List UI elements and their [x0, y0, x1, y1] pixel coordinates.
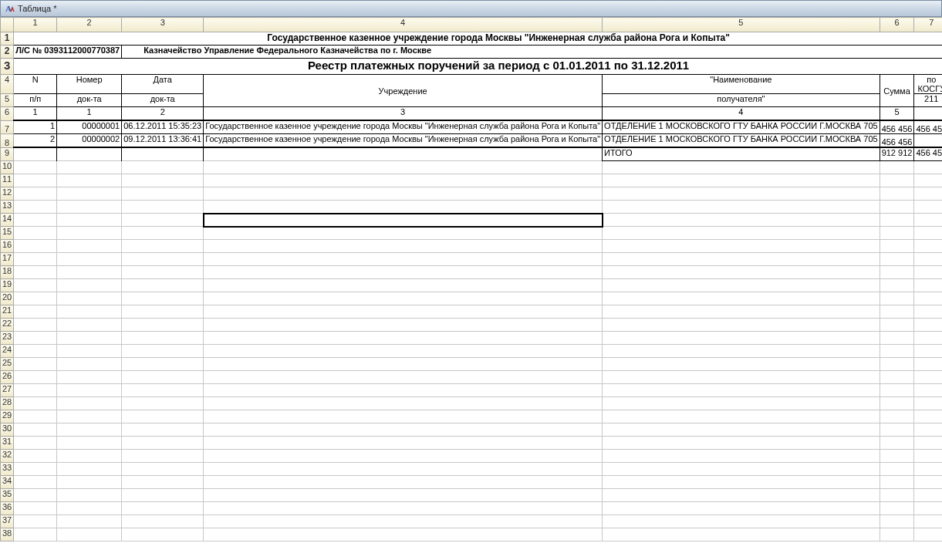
- table-row[interactable]: 24: [1, 345, 943, 358]
- cell[interactable]: [603, 489, 880, 502]
- cell[interactable]: [122, 358, 204, 371]
- cell[interactable]: [57, 253, 122, 266]
- cell[interactable]: [57, 502, 122, 515]
- cell[interactable]: [914, 253, 942, 266]
- table-row[interactable]: 38: [1, 528, 943, 541]
- cell[interactable]: [204, 397, 603, 410]
- cell[interactable]: [14, 266, 57, 279]
- cell[interactable]: [603, 319, 880, 332]
- row-header[interactable]: 19: [1, 279, 14, 292]
- cell[interactable]: [880, 515, 914, 528]
- cell[interactable]: [122, 319, 204, 332]
- cell[interactable]: [914, 214, 942, 227]
- cell[interactable]: [204, 332, 603, 345]
- row-header[interactable]: 4: [1, 75, 14, 94]
- cell[interactable]: [204, 358, 603, 371]
- cell[interactable]: [57, 161, 122, 174]
- cell[interactable]: [880, 187, 914, 201]
- cell[interactable]: [57, 305, 122, 319]
- row-header[interactable]: 29: [1, 410, 14, 423]
- cell[interactable]: [57, 528, 122, 541]
- cell[interactable]: [122, 515, 204, 528]
- table-row[interactable]: 13: [1, 201, 943, 214]
- cell[interactable]: [204, 437, 603, 450]
- row-header[interactable]: 38: [1, 528, 14, 541]
- cell[interactable]: [880, 476, 914, 489]
- cell[interactable]: [914, 201, 942, 214]
- cell[interactable]: [880, 227, 914, 240]
- table-row[interactable]: 34: [1, 476, 943, 489]
- cell[interactable]: [880, 371, 914, 384]
- row-header[interactable]: 24: [1, 345, 14, 358]
- cell[interactable]: [122, 201, 204, 214]
- cell[interactable]: [14, 476, 57, 489]
- cell[interactable]: [603, 463, 880, 476]
- cell[interactable]: [204, 266, 603, 279]
- cell[interactable]: [14, 410, 57, 423]
- row-header[interactable]: 27: [1, 384, 14, 397]
- table-row[interactable]: 20: [1, 292, 943, 305]
- total-row[interactable]: 9 ИТОГО 912 912 456 456 456 456: [1, 147, 943, 161]
- cell[interactable]: [204, 476, 603, 489]
- cell[interactable]: [122, 161, 204, 174]
- cell[interactable]: [204, 515, 603, 528]
- cell[interactable]: [57, 345, 122, 358]
- cell[interactable]: [14, 332, 57, 345]
- table-row[interactable]: 37: [1, 515, 943, 528]
- cell[interactable]: [603, 332, 880, 345]
- row-header[interactable]: 5: [1, 94, 14, 107]
- cell[interactable]: [14, 161, 57, 174]
- cell[interactable]: [14, 240, 57, 253]
- cell[interactable]: [204, 279, 603, 292]
- cell[interactable]: [914, 423, 942, 437]
- cell[interactable]: [14, 345, 57, 358]
- table-row[interactable]: 21: [1, 305, 943, 319]
- cell[interactable]: [122, 332, 204, 345]
- table-row[interactable]: 4 N Номер Дата Учреждение "Наименование …: [1, 75, 943, 94]
- cell[interactable]: [880, 319, 914, 332]
- cell[interactable]: [880, 384, 914, 397]
- table-row[interactable]: 22: [1, 319, 943, 332]
- table-row[interactable]: 16: [1, 240, 943, 253]
- cell[interactable]: [14, 358, 57, 371]
- table-row[interactable]: 14: [1, 214, 943, 227]
- cell[interactable]: [122, 240, 204, 253]
- cell[interactable]: [914, 240, 942, 253]
- row-header[interactable]: 12: [1, 187, 14, 201]
- cell[interactable]: [57, 371, 122, 384]
- cell[interactable]: [603, 227, 880, 240]
- cell[interactable]: [914, 450, 942, 463]
- cell[interactable]: [57, 332, 122, 345]
- cell[interactable]: [603, 345, 880, 358]
- row-header[interactable]: 9: [1, 147, 14, 161]
- cell[interactable]: [880, 214, 914, 227]
- cell[interactable]: [204, 463, 603, 476]
- cell[interactable]: [14, 253, 57, 266]
- table-row[interactable]: 1 Государственное казенное учреждение го…: [1, 32, 943, 46]
- row-header[interactable]: 10: [1, 161, 14, 174]
- cell[interactable]: [204, 292, 603, 305]
- cell[interactable]: [880, 410, 914, 423]
- cell[interactable]: [880, 450, 914, 463]
- cell[interactable]: [14, 515, 57, 528]
- row-header[interactable]: 13: [1, 201, 14, 214]
- cell[interactable]: [914, 279, 942, 292]
- col-header[interactable]: 5: [603, 18, 880, 32]
- cell[interactable]: [204, 161, 603, 174]
- table-row[interactable]: 8 2 00000002 09.12.2011 13:36:41 Государ…: [1, 134, 943, 148]
- cell[interactable]: [204, 174, 603, 187]
- cell[interactable]: [14, 397, 57, 410]
- cell[interactable]: [122, 437, 204, 450]
- cell[interactable]: [57, 463, 122, 476]
- cell[interactable]: [880, 161, 914, 174]
- cell[interactable]: [603, 292, 880, 305]
- cell[interactable]: [880, 253, 914, 266]
- cell[interactable]: [914, 410, 942, 423]
- col-header[interactable]: 3: [122, 18, 204, 32]
- cell[interactable]: [914, 332, 942, 345]
- table-row[interactable]: 32: [1, 450, 943, 463]
- cell[interactable]: [204, 201, 603, 214]
- table-row[interactable]: 30: [1, 423, 943, 437]
- row-header[interactable]: 33: [1, 463, 14, 476]
- row-header[interactable]: 35: [1, 489, 14, 502]
